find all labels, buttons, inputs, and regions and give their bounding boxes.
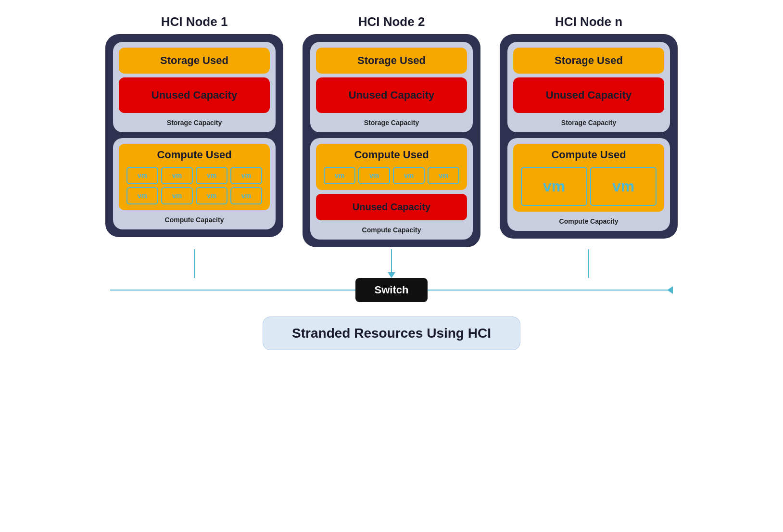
vm-box: vm: [393, 167, 425, 184]
node-n-compute-used-bar: Compute Used vm vm: [513, 144, 664, 212]
node-1-compute-block: Compute Used vm vm vm vm vm vm vm vm Com…: [113, 138, 276, 229]
node-2-storage-block: Storage Used Unused Capacity Storage Cap…: [310, 42, 473, 132]
node-1-storage-capacity-label: Storage Capacity: [119, 117, 270, 127]
node-n-compute-capacity-label: Compute Capacity: [513, 215, 664, 225]
vm-box: vm: [358, 167, 390, 184]
node-n-connector: [500, 249, 678, 278]
node-n-compute-block: Compute Used vm vm Compute Capacity: [507, 138, 670, 231]
footer-label: Stranded Resources Using HCI: [292, 326, 491, 341]
vm-box: vm: [161, 187, 193, 204]
vm-box: vm: [428, 167, 459, 184]
vm-box: vm: [126, 187, 158, 204]
node-n-outer: Storage Used Unused Capacity Storage Cap…: [500, 34, 678, 239]
node-1-storage-block: Storage Used Unused Capacity Storage Cap…: [113, 42, 276, 132]
vm-box: vm: [161, 167, 193, 184]
footer-label-box: Stranded Resources Using HCI: [263, 317, 520, 350]
vm-box: vm: [126, 167, 158, 184]
arrow-left-icon: [667, 286, 673, 294]
node-n-title: HCI Node n: [555, 14, 622, 29]
node-n-unused-capacity: Unused Capacity: [513, 77, 664, 113]
node-2-compute-block: Compute Used vm vm vm vm Unused Capacity…: [310, 138, 473, 240]
node-n-storage-used: Storage Used: [513, 48, 664, 74]
switch-box: Switch: [355, 278, 428, 302]
node-2-compute-capacity-label: Compute Capacity: [316, 224, 467, 234]
vm-box: vm: [324, 167, 355, 184]
node-2-storage-used: Storage Used: [316, 48, 467, 74]
vm-box: vm: [230, 187, 262, 204]
node-n-compute-used-label: Compute Used: [518, 149, 659, 161]
node-1-wrapper: HCI Node 1 Storage Used Unused Capacity …: [105, 14, 283, 237]
node-1-connector: [105, 249, 283, 278]
node-2-vm-grid: vm vm vm vm: [321, 165, 462, 187]
switch-label: Switch: [375, 284, 409, 296]
node-1-outer: Storage Used Unused Capacity Storage Cap…: [105, 34, 283, 237]
node-2-wrapper: HCI Node 2 Storage Used Unused Capacity …: [303, 14, 480, 247]
node-1-storage-used: Storage Used: [119, 48, 270, 74]
nodes-row: HCI Node 1 Storage Used Unused Capacity …: [10, 14, 773, 247]
node-1-title: HCI Node 1: [161, 14, 228, 29]
node-1-compute-capacity-label: Compute Capacity: [119, 214, 270, 224]
node-2-title: HCI Node 2: [358, 14, 425, 29]
node-2-unused-capacity: Unused Capacity: [316, 77, 467, 113]
node-n-wrapper: HCI Node n Storage Used Unused Capacity …: [500, 14, 678, 239]
node-n-storage-capacity-label: Storage Capacity: [513, 117, 664, 127]
node-2-connector: [303, 249, 480, 278]
node-2-compute-used-bar: Compute Used vm vm vm vm: [316, 144, 467, 190]
node-1-vm-grid: vm vm vm vm vm vm vm vm: [124, 165, 265, 207]
arrow-down-icon: [388, 272, 395, 278]
node-1-compute-used-label: Compute Used: [124, 149, 265, 161]
node-2-storage-capacity-label: Storage Capacity: [316, 117, 467, 127]
node-1-unused-capacity: Unused Capacity: [119, 77, 270, 113]
node-2-unused-compute: Unused Capacity: [316, 194, 467, 220]
node-2-compute-used-label: Compute Used: [321, 149, 462, 161]
vm-box: vm: [590, 167, 657, 206]
vm-box: vm: [196, 167, 227, 184]
node-2-outer: Storage Used Unused Capacity Storage Cap…: [303, 34, 480, 247]
node-n-vm-grid: vm vm: [518, 165, 659, 209]
node-n-storage-block: Storage Used Unused Capacity Storage Cap…: [507, 42, 670, 132]
vm-box: vm: [521, 167, 587, 206]
vm-box: vm: [230, 167, 262, 184]
node-1-compute-used-bar: Compute Used vm vm vm vm vm vm vm vm: [119, 144, 270, 210]
vm-box: vm: [196, 187, 227, 204]
